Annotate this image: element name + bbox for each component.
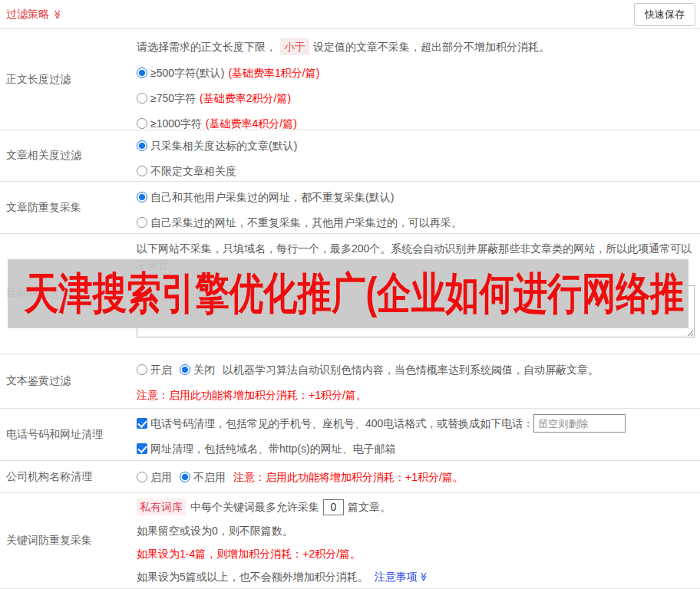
keyword-note-empty: 如果留空或设为0，则不限篇数。: [137, 523, 695, 538]
row-porn-filter: 文本鉴黄过滤 开启 关闭 以机器学习算法自动识别色情内容，当色情概率达到系统阈值…: [0, 354, 700, 409]
row-label: 公司机构名称清理: [0, 461, 137, 492]
chevron-down-icon: ≫: [53, 9, 62, 19]
row-label: 文章防重复采集: [0, 182, 137, 233]
body-length-intro: 请选择需求的正文长度下限，小于设定值的文章不采集，超出部分不增加积分消耗。: [137, 38, 695, 55]
company-note: 注意：启用此功能将增加积分消耗：+1积分/篇。: [233, 469, 464, 485]
radio-icon: [180, 472, 190, 482]
private-thesaurus-badge[interactable]: 私有词库: [137, 499, 186, 515]
row-label: 文章相关度过滤: [0, 130, 137, 181]
overlay-ad-text: 天津搜索引擎优化推广(企业如何进行网络推: [8, 265, 684, 324]
fee-note: (基础费率2积分/篇): [200, 90, 291, 106]
notes-link[interactable]: 注意事项≫: [375, 569, 429, 584]
header-bar: 过滤策略 ≫ 快速保存: [0, 0, 700, 29]
filter-strategy-page: 过滤策略 ≫ 快速保存 正文长度过滤 请选择需求的正文长度下限，小于设定值的文章…: [0, 0, 700, 589]
radio-option-500[interactable]: ≥500字符(默认) (基础费率1积分/篇): [137, 65, 319, 81]
row-keyword-dedupe: 关键词防重复采集 私有词库 中每个关键词最多允许采集 篇文章。 如果留空或设为0…: [0, 493, 700, 589]
radio-option-750[interactable]: ≥750字符 (基础费率2积分/篇): [137, 90, 291, 106]
row-dedupe-filter: 文章防重复采集 自己和其他用户采集过的网址，都不重复采集(默认) 自己采集过的网…: [0, 182, 700, 234]
radio-option-dedupe-all[interactable]: 自己和其他用户采集过的网址，都不重复采集(默认): [137, 189, 394, 205]
radio-option-company-off[interactable]: 不启用: [180, 469, 226, 485]
row-label: 文本鉴黄过滤: [0, 354, 137, 408]
radio-icon: [137, 93, 147, 104]
replacement-phone-input[interactable]: [533, 414, 626, 433]
keyword-note-5plus: 如果设为5篇或以上，也不会额外增加积分消耗。: [137, 569, 368, 584]
max-articles-input[interactable]: [323, 499, 344, 515]
row-company-cleanup: 公司机构名称清理 启用 不启用 注意：启用此功能将增加积分消耗：+1积分/篇。: [0, 461, 700, 493]
radio-option-1000[interactable]: ≥1000字符 (基础费率4积分/篇): [137, 116, 297, 131]
row-body-length-filter: 正文长度过滤 请选择需求的正文长度下限，小于设定值的文章不采集，超出部分不增加积…: [0, 29, 700, 130]
checkbox-url-cleanup[interactable]: 网址清理，包括纯域名、带http(s)的网址、电子邮箱: [137, 441, 396, 456]
checkbox-phone-cleanup[interactable]: 电话号码清理，包括常见的手机号、座机号、400电话格式，或替换成如下电话：: [137, 416, 533, 431]
checkbox-icon: [137, 418, 147, 429]
radio-icon: [137, 192, 147, 202]
radio-option-relevance-any[interactable]: 不限定文章相关度: [137, 163, 236, 179]
radio-option-company-on[interactable]: 启用: [137, 469, 172, 485]
chevron-down-icon: ≫: [419, 572, 428, 582]
radio-icon: [137, 67, 147, 78]
row-label: 电话号码和网址清理: [0, 409, 137, 460]
less-than-badge: 小于: [280, 38, 309, 55]
row-label: 正文长度过滤: [0, 29, 137, 130]
fee-note: (基础费率1积分/篇): [228, 65, 319, 81]
row-phone-url-cleanup: 电话号码和网址清理 电话号码清理，包括常见的手机号、座机号、400电话格式，或替…: [0, 409, 700, 461]
radio-option-relevance-strict[interactable]: 只采集相关度达标的文章(默认): [137, 138, 297, 153]
radio-option-dedupe-self[interactable]: 自己采集过的网址，不重复采集，其他用户采集过的，可以再采。: [137, 215, 462, 230]
radio-option-porn-on[interactable]: 开启: [137, 362, 172, 377]
porn-filter-desc: 以机器学习算法自动识别色情内容，当色情概率达到系统阈值，自动屏蔽文章。: [223, 362, 599, 377]
porn-filter-note: 注意：启用此功能将增加积分消耗：+1积分/篇。: [137, 387, 695, 403]
keyword-note-1-4: 如果设为1-4篇，则增加积分消耗：+2积分/篇。: [137, 546, 695, 561]
radio-icon: [137, 472, 147, 482]
radio-icon: [137, 166, 147, 176]
radio-icon: [137, 364, 147, 375]
page-title[interactable]: 过滤策略 ≫: [6, 8, 63, 21]
row-relevance-filter: 文章相关度过滤 只采集相关度达标的文章(默认) 不限定文章相关度: [0, 130, 700, 182]
row-label: 关键词防重复采集: [0, 493, 137, 588]
radio-icon: [137, 140, 147, 151]
radio-option-porn-off[interactable]: 关闭: [180, 362, 215, 377]
radio-icon: [137, 118, 147, 129]
radio-icon: [137, 217, 147, 228]
fee-note: (基础费率4积分/篇): [206, 116, 297, 131]
checkbox-icon: [137, 443, 147, 454]
radio-icon: [180, 364, 190, 375]
quick-save-button[interactable]: 快速保存: [634, 3, 695, 26]
page-title-label: 过滤策略: [6, 8, 49, 21]
overlay-ad-banner: 天津搜索引擎优化推广(企业如何进行网络推: [8, 259, 688, 328]
